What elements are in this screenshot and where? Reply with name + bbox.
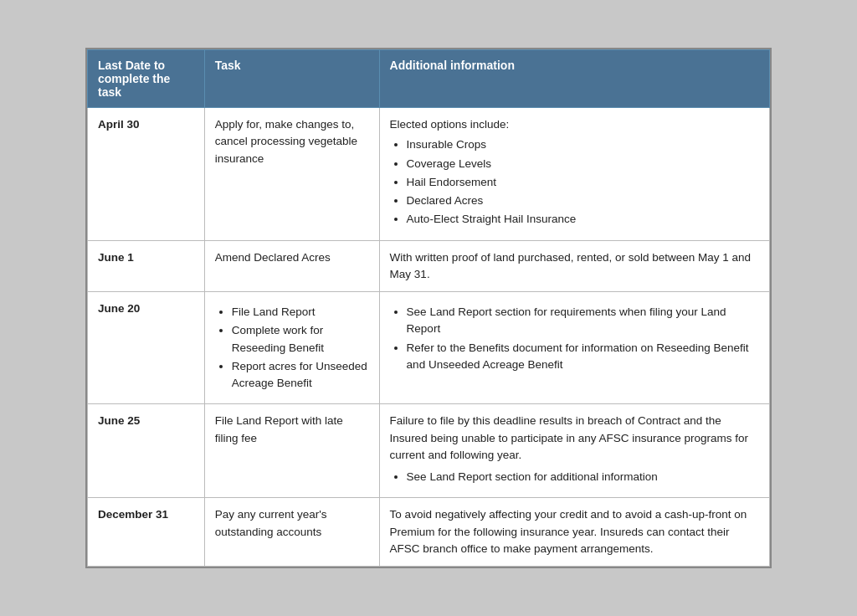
info-cell: To avoid negatively affecting your credi… [379, 498, 769, 567]
table-row: June 25File Land Report with late filing… [88, 404, 770, 498]
info-cell: See Land Report section for requirements… [379, 292, 769, 404]
table-row: December 31Pay any current year's outsta… [88, 498, 770, 567]
list-item: Insurable Crops [407, 136, 759, 153]
task-cell: Amend Declared Acres [204, 240, 379, 292]
deadlines-table: Last Date to complete the task Task Addi… [87, 49, 770, 567]
list-item: Complete work for Reseeding Benefit [232, 322, 369, 357]
task-cell: File Land Report with late filing fee [204, 404, 379, 498]
table-row: April 30Apply for, make changes to, canc… [88, 108, 770, 241]
header-info: Additional information [379, 50, 769, 108]
info-cell: Failure to file by this deadline results… [379, 404, 769, 498]
task-cell: File Land ReportComplete work for Reseed… [204, 292, 379, 404]
list-item: Coverage Levels [407, 156, 759, 172]
date-cell: June 20 [88, 292, 205, 404]
list-item: Report acres for Unseeded Acreage Benefi… [232, 358, 369, 393]
main-table-wrapper: Last Date to complete the task Task Addi… [85, 48, 772, 568]
task-cell: Apply for, make changes to, cancel proce… [204, 108, 379, 241]
date-cell: April 30 [88, 108, 205, 241]
info-intro: Elected options include: [390, 116, 759, 133]
date-cell: June 1 [88, 240, 205, 292]
list-item: Auto-Elect Straight Hail Insurance [407, 211, 759, 228]
date-cell: December 31 [88, 498, 205, 567]
list-item: See Land Report section for requirements… [407, 304, 759, 338]
header-task: Task [204, 50, 379, 108]
list-item: See Land Report section for additional i… [407, 469, 759, 485]
info-cell: With written proof of land purchased, re… [379, 240, 769, 292]
list-item: Hail Endorsement [407, 174, 759, 191]
info-cell: Elected options include:Insurable CropsC… [379, 108, 769, 241]
list-item: Declared Acres [407, 192, 759, 209]
table-row: June 20File Land ReportComplete work for… [88, 292, 770, 404]
list-item: File Land Report [232, 304, 369, 321]
list-item: Refer to the Benefits document for infor… [407, 340, 759, 374]
table-row: June 1Amend Declared AcresWith written p… [88, 240, 770, 292]
info-text: Failure to file by this deadline results… [390, 413, 759, 464]
task-cell: Pay any current year's outstanding accou… [204, 498, 379, 567]
header-date: Last Date to complete the task [88, 50, 205, 108]
date-cell: June 25 [88, 404, 205, 498]
